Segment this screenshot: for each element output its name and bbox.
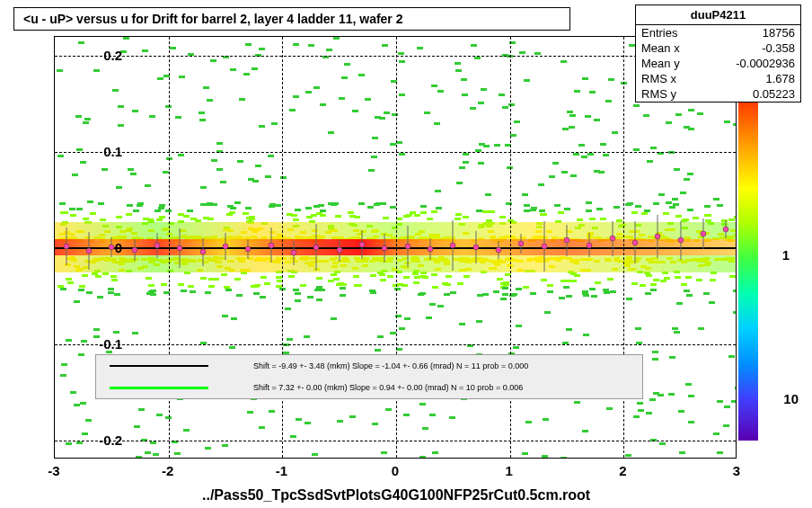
svg-point-12 [337,247,342,253]
svg-point-4 [154,243,160,248]
svg-point-25 [632,240,638,245]
legend-swatch-green [110,387,208,389]
stats-meany: Mean y -0.0002936 [636,56,800,71]
svg-point-26 [655,234,660,239]
svg-point-6 [200,249,206,254]
svg-point-13 [359,242,365,247]
svg-point-29 [723,227,728,232]
svg-point-21 [542,244,547,249]
footer-filename: ../Pass50_TpcSsdSvtPlotsG40G100NFP25rCut… [202,487,590,504]
svg-point-23 [587,243,592,248]
colorbar-gradient [738,90,758,441]
svg-point-22 [564,237,569,243]
stats-meanx: Mean x -0.358 [636,40,800,56]
svg-point-27 [678,237,684,243]
stats-name: duuP4211 [636,5,800,25]
svg-point-15 [405,244,410,249]
plot-inner: Shift = -9.49 +- 3.48 (mkm) Slope = -1.0… [55,37,736,458]
legend-row-black: Shift = -9.49 +- 3.48 (mkm) Slope = -1.0… [96,355,642,377]
fit-legend: Shift = -9.49 +- 3.48 (mkm) Slope = -1.0… [95,354,643,399]
svg-point-0 [64,244,69,249]
legend-row-green: Shift = 7.32 +- 0.00 (mkm) Slope = 0.94 … [96,377,642,398]
svg-point-2 [109,245,114,250]
chart-title-box: <u - uP> versus u for Drift for barrel 2… [13,7,570,31]
stats-rmsx: RMS x 1.678 [636,71,800,86]
svg-point-3 [132,247,137,253]
z-tick-10: 10 [783,391,799,406]
svg-point-14 [382,245,387,251]
svg-point-19 [496,247,501,253]
svg-point-7 [223,244,228,249]
svg-point-5 [177,245,182,251]
svg-point-1 [86,248,92,254]
stats-box: duuP4211 Entries 18756 Mean x -0.358 Mea… [635,4,801,102]
svg-point-28 [701,231,706,236]
chart-title: <u - uP> versus u for Drift for barrel 2… [23,12,403,26]
warm-band-lower [55,255,736,272]
svg-point-11 [313,245,319,250]
colorbar [738,90,758,441]
z-tick-1: 1 [782,247,790,263]
svg-point-10 [291,250,296,255]
svg-point-8 [245,246,251,252]
plot-area: Shift = -9.49 +- 3.48 (mkm) Slope = -1.0… [54,36,737,459]
stats-entries: Entries 18756 [636,25,800,40]
svg-point-18 [473,245,479,250]
svg-point-17 [450,243,455,248]
svg-point-20 [518,241,524,246]
stats-rmsy: RMS y 0.05223 [636,86,800,102]
svg-point-9 [269,243,274,248]
svg-point-16 [428,246,433,252]
svg-point-24 [610,236,615,241]
legend-swatch-black [110,365,208,367]
